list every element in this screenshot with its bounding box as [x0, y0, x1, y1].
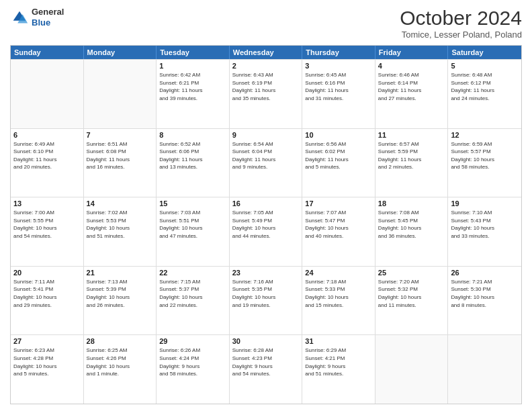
day-cell-26: 26Sunrise: 7:21 AM Sunset: 5:30 PM Dayli… — [448, 267, 521, 335]
day-number: 20 — [13, 269, 81, 277]
day-info: Sunrise: 6:59 AM Sunset: 5:57 PM Dayligh… — [451, 140, 519, 171]
day-number: 2 — [232, 62, 300, 70]
day-number: 16 — [232, 199, 300, 208]
day-cell-13: 13Sunrise: 7:00 AM Sunset: 5:55 PM Dayli… — [11, 197, 84, 266]
calendar-week-4: 20Sunrise: 7:11 AM Sunset: 5:41 PM Dayli… — [11, 266, 521, 335]
day-cell-31: 31Sunrise: 6:29 AM Sunset: 4:21 PM Dayli… — [302, 335, 375, 404]
logo: General Blue — [10, 7, 64, 28]
day-info: Sunrise: 6:49 AM Sunset: 6:10 PM Dayligh… — [13, 140, 81, 171]
day-info: Sunrise: 7:07 AM Sunset: 5:47 PM Dayligh… — [305, 209, 372, 240]
day-number: 11 — [378, 131, 445, 139]
day-number: 23 — [232, 269, 300, 277]
logo-blue: Blue — [32, 17, 64, 28]
day-info: Sunrise: 7:05 AM Sunset: 5:49 PM Dayligh… — [232, 209, 300, 240]
day-cell-22: 22Sunrise: 7:15 AM Sunset: 5:37 PM Dayli… — [157, 267, 230, 335]
day-number: 9 — [232, 131, 300, 139]
day-cell-6: 6Sunrise: 6:49 AM Sunset: 6:10 PM Daylig… — [11, 129, 84, 197]
day-number: 17 — [305, 199, 372, 208]
day-cell-2: 2Sunrise: 6:43 AM Sunset: 6:19 PM Daylig… — [230, 60, 303, 128]
day-cell-5: 5Sunrise: 6:48 AM Sunset: 6:12 PM Daylig… — [448, 60, 521, 128]
calendar-week-1: 1Sunrise: 6:42 AM Sunset: 6:21 PM Daylig… — [11, 59, 521, 128]
calendar: SundayMondayTuesdayWednesdayThursdayFrid… — [10, 45, 522, 404]
day-info: Sunrise: 7:10 AM Sunset: 5:43 PM Dayligh… — [451, 209, 519, 240]
day-info: Sunrise: 6:42 AM Sunset: 6:21 PM Dayligh… — [159, 71, 226, 102]
day-cell-empty — [375, 335, 449, 404]
logo-general: General — [32, 7, 64, 17]
day-header-friday: Friday — [375, 46, 449, 59]
day-info: Sunrise: 7:18 AM Sunset: 5:33 PM Dayligh… — [305, 278, 372, 309]
day-info: Sunrise: 7:11 AM Sunset: 5:41 PM Dayligh… — [13, 278, 81, 309]
day-info: Sunrise: 6:28 AM Sunset: 4:23 PM Dayligh… — [232, 347, 300, 377]
day-number: 18 — [378, 199, 445, 208]
day-info: Sunrise: 6:43 AM Sunset: 6:19 PM Dayligh… — [232, 71, 300, 102]
day-cell-10: 10Sunrise: 6:56 AM Sunset: 6:02 PM Dayli… — [302, 129, 375, 197]
day-cell-14: 14Sunrise: 7:02 AM Sunset: 5:53 PM Dayli… — [84, 197, 157, 266]
calendar-week-3: 13Sunrise: 7:00 AM Sunset: 5:55 PM Dayli… — [11, 197, 521, 266]
day-info: Sunrise: 7:16 AM Sunset: 5:35 PM Dayligh… — [232, 278, 300, 309]
calendar-body: 1Sunrise: 6:42 AM Sunset: 6:21 PM Daylig… — [11, 59, 521, 404]
subtitle: Tomice, Lesser Poland, Poland — [400, 30, 522, 40]
day-number: 7 — [87, 131, 154, 139]
day-info: Sunrise: 6:48 AM Sunset: 6:12 PM Dayligh… — [451, 71, 519, 102]
day-cell-19: 19Sunrise: 7:10 AM Sunset: 5:43 PM Dayli… — [448, 197, 521, 266]
logo-icon — [10, 8, 29, 27]
day-info: Sunrise: 6:45 AM Sunset: 6:16 PM Dayligh… — [305, 71, 372, 102]
day-number: 22 — [159, 269, 226, 277]
day-cell-7: 7Sunrise: 6:51 AM Sunset: 6:08 PM Daylig… — [84, 129, 157, 197]
day-number: 19 — [451, 199, 519, 208]
day-cell-30: 30Sunrise: 6:28 AM Sunset: 4:23 PM Dayli… — [230, 335, 303, 404]
day-cell-12: 12Sunrise: 6:59 AM Sunset: 5:57 PM Dayli… — [448, 129, 521, 197]
day-info: Sunrise: 7:03 AM Sunset: 5:51 PM Dayligh… — [159, 209, 226, 240]
day-cell-27: 27Sunrise: 6:23 AM Sunset: 4:28 PM Dayli… — [11, 335, 84, 404]
day-info: Sunrise: 7:21 AM Sunset: 5:30 PM Dayligh… — [451, 278, 519, 309]
title-block: October 2024 Tomice, Lesser Poland, Pola… — [400, 7, 522, 40]
day-number: 13 — [13, 199, 81, 208]
day-info: Sunrise: 7:08 AM Sunset: 5:45 PM Dayligh… — [378, 209, 445, 240]
day-header-tuesday: Tuesday — [157, 46, 230, 59]
day-number: 12 — [451, 131, 519, 139]
day-number: 28 — [87, 337, 154, 345]
day-number: 26 — [451, 269, 519, 277]
day-info: Sunrise: 6:56 AM Sunset: 6:02 PM Dayligh… — [305, 140, 372, 171]
day-cell-15: 15Sunrise: 7:03 AM Sunset: 5:51 PM Dayli… — [157, 197, 230, 266]
page: General Blue October 2024 Tomice, Lesser… — [0, 0, 532, 411]
day-header-sunday: Sunday — [11, 46, 84, 59]
day-cell-4: 4Sunrise: 6:46 AM Sunset: 6:14 PM Daylig… — [375, 60, 449, 128]
day-number: 31 — [305, 337, 372, 345]
day-info: Sunrise: 6:54 AM Sunset: 6:04 PM Dayligh… — [232, 140, 300, 171]
day-cell-28: 28Sunrise: 6:25 AM Sunset: 4:26 PM Dayli… — [84, 335, 157, 404]
day-info: Sunrise: 7:00 AM Sunset: 5:55 PM Dayligh… — [13, 209, 81, 240]
day-cell-16: 16Sunrise: 7:05 AM Sunset: 5:49 PM Dayli… — [230, 197, 303, 266]
day-cell-17: 17Sunrise: 7:07 AM Sunset: 5:47 PM Dayli… — [302, 197, 375, 266]
day-info: Sunrise: 6:52 AM Sunset: 6:06 PM Dayligh… — [159, 140, 226, 171]
day-number: 6 — [13, 131, 81, 139]
day-cell-empty — [448, 335, 521, 404]
day-number: 29 — [159, 337, 226, 345]
day-info: Sunrise: 6:29 AM Sunset: 4:21 PM Dayligh… — [305, 347, 372, 377]
day-cell-empty — [11, 60, 84, 128]
day-info: Sunrise: 6:46 AM Sunset: 6:14 PM Dayligh… — [378, 71, 445, 102]
day-number: 27 — [13, 337, 81, 345]
day-info: Sunrise: 6:23 AM Sunset: 4:28 PM Dayligh… — [13, 347, 81, 377]
day-number: 5 — [451, 62, 519, 70]
calendar-header-row: SundayMondayTuesdayWednesdayThursdayFrid… — [11, 46, 521, 59]
day-info: Sunrise: 7:13 AM Sunset: 5:39 PM Dayligh… — [87, 278, 154, 309]
calendar-week-2: 6Sunrise: 6:49 AM Sunset: 6:10 PM Daylig… — [11, 128, 521, 197]
day-number: 10 — [305, 131, 372, 139]
day-info: Sunrise: 7:02 AM Sunset: 5:53 PM Dayligh… — [87, 209, 154, 240]
day-number: 24 — [305, 269, 372, 277]
day-cell-11: 11Sunrise: 6:57 AM Sunset: 5:59 PM Dayli… — [375, 129, 449, 197]
day-number: 8 — [159, 131, 226, 139]
day-cell-25: 25Sunrise: 7:20 AM Sunset: 5:32 PM Dayli… — [375, 267, 449, 335]
day-header-wednesday: Wednesday — [230, 46, 303, 59]
day-number: 21 — [87, 269, 154, 277]
day-number: 25 — [378, 269, 445, 277]
day-info: Sunrise: 7:15 AM Sunset: 5:37 PM Dayligh… — [159, 278, 226, 309]
day-cell-29: 29Sunrise: 6:26 AM Sunset: 4:24 PM Dayli… — [157, 335, 230, 404]
day-cell-20: 20Sunrise: 7:11 AM Sunset: 5:41 PM Dayli… — [11, 267, 84, 335]
day-cell-9: 9Sunrise: 6:54 AM Sunset: 6:04 PM Daylig… — [230, 129, 303, 197]
day-info: Sunrise: 6:26 AM Sunset: 4:24 PM Dayligh… — [159, 347, 226, 377]
day-info: Sunrise: 6:25 AM Sunset: 4:26 PM Dayligh… — [87, 347, 154, 377]
day-header-thursday: Thursday — [302, 46, 375, 59]
day-number: 15 — [159, 199, 226, 208]
